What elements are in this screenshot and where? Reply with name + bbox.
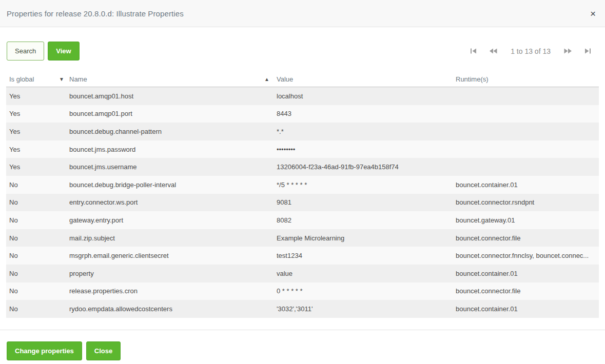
table-row[interactable]: No bouncet.debug.bridge-poller-interval …	[6, 176, 599, 194]
properties-dialog: Properties for release 20.8.0.d: Illustr…	[0, 0, 605, 364]
cell-name: release.properties.cron	[69, 287, 277, 295]
table-row[interactable]: No entry.connector.ws.port 9081 bouncet.…	[6, 194, 599, 212]
search-button[interactable]: Search	[7, 42, 44, 60]
cell-name: property	[69, 270, 277, 277]
toolbar: Search View 1 to 13 of 13	[7, 42, 598, 60]
last-page-icon[interactable]	[584, 48, 591, 54]
cell-is-global: No	[6, 198, 69, 206]
cell-value: localhost	[277, 92, 456, 100]
cell-runtimes: bouncet.connector.rsndpnt	[456, 198, 599, 206]
cell-runtimes: bouncet.connector.file	[456, 234, 599, 242]
column-header-name[interactable]: Name ▲	[69, 72, 277, 87]
sort-ascending-icon: ▲	[264, 76, 269, 82]
table-row[interactable]: No property value bouncet.container.01	[6, 265, 599, 282]
toolbar-buttons: Search View	[7, 42, 80, 60]
cell-runtimes: bouncet.gateway.01	[456, 216, 599, 224]
cell-is-global: Yes	[6, 128, 69, 135]
cell-value: 0 * * * * *	[277, 287, 456, 295]
cell-name: bouncet.debug.channel-pattern	[69, 128, 277, 135]
cell-value: value	[277, 270, 456, 277]
view-button[interactable]: View	[48, 42, 79, 60]
cell-name: bouncet.debug.bridge-poller-interval	[69, 181, 277, 189]
close-icon[interactable]: ×	[588, 8, 598, 19]
cell-value: 8443	[277, 110, 456, 117]
cell-is-global: Yes	[6, 146, 69, 153]
cell-value: ••••••••	[277, 146, 456, 153]
column-header-value[interactable]: Value	[277, 72, 456, 87]
cell-is-global: No	[6, 234, 69, 242]
close-button[interactable]: Close	[86, 341, 121, 360]
cell-value: '3032','3011'	[277, 305, 456, 313]
cell-runtimes: bouncet.connector.fnnclsy, bouncet.conne…	[456, 252, 599, 259]
cell-name: rydoo.empdata.allowedcostcenters	[69, 305, 277, 313]
cell-name: bouncet.jms.username	[69, 163, 277, 171]
cell-name: bouncet.amqp01.port	[69, 110, 277, 117]
cell-value: 9081	[277, 198, 456, 206]
previous-page-icon[interactable]	[489, 48, 497, 54]
cell-is-global: No	[6, 305, 69, 313]
cell-is-global: Yes	[6, 110, 69, 117]
table-row[interactable]: Yes bouncet.debug.channel-pattern *.*	[6, 123, 599, 140]
table-row[interactable]: Yes bouncet.amqp01.port 8443	[6, 105, 599, 123]
cell-is-global: No	[6, 252, 69, 259]
column-label: Name	[69, 75, 87, 83]
cell-value: *.*	[277, 128, 456, 135]
cell-runtimes: bouncet.container.01	[456, 181, 599, 189]
properties-table: Is global ▼ Name ▲ Value Runtime(s) Yes …	[6, 72, 599, 318]
column-label: Runtime(s)	[456, 75, 489, 83]
dialog-footer: Change properties Close	[0, 330, 605, 360]
table-row[interactable]: No gateway.entry.port 8082 bouncet.gatew…	[6, 211, 599, 229]
cell-value: 8082	[277, 216, 456, 224]
cell-runtimes: bouncet.connector.file	[456, 287, 599, 295]
cell-name: gateway.entry.port	[69, 216, 277, 224]
dialog-header: Properties for release 20.8.0.d: Illustr…	[0, 0, 605, 27]
table-body: Yes bouncet.amqp01.host localhost Yes bo…	[6, 87, 599, 318]
cell-name: bouncet.amqp01.host	[69, 92, 277, 100]
cell-value: 13206004-f23a-46ad-91fb-97ea4b158f74	[277, 163, 456, 171]
cell-is-global: No	[6, 181, 69, 189]
table-row[interactable]: No rydoo.empdata.allowedcostcenters '303…	[6, 300, 599, 318]
cell-is-global: No	[6, 270, 69, 277]
cell-runtimes: bouncet.container.01	[456, 270, 599, 277]
table-row[interactable]: Yes bouncet.jms.password ••••••••	[6, 140, 599, 158]
cell-value: */5 * * * * *	[277, 181, 456, 189]
pagination-range-text: 1 to 13 of 13	[511, 47, 551, 55]
cell-value: Example Microlearning	[277, 234, 456, 242]
table-row[interactable]: No release.properties.cron 0 * * * * * b…	[6, 282, 599, 300]
column-label: Value	[277, 75, 293, 83]
cell-name: mail.zip.subject	[69, 234, 277, 242]
cell-runtimes: bouncet.container.01	[456, 305, 599, 313]
column-label: Is global	[9, 75, 34, 83]
pagination: 1 to 13 of 13	[470, 47, 598, 55]
next-page-icon[interactable]	[564, 48, 572, 54]
dialog-title: Properties for release 20.8.0.d: Illustr…	[7, 9, 184, 18]
table-header-row: Is global ▼ Name ▲ Value Runtime(s)	[6, 72, 599, 87]
table-row[interactable]: No mail.zip.subject Example Microlearnin…	[6, 229, 599, 247]
sort-descending-icon: ▼	[59, 76, 64, 82]
column-header-is-global[interactable]: Is global ▼	[6, 72, 69, 87]
cell-value: test1234	[277, 252, 456, 259]
cell-is-global: No	[6, 287, 69, 295]
table-row[interactable]: No msgrph.email.generic.clientsecret tes…	[6, 247, 599, 265]
cell-name: entry.connector.ws.port	[69, 198, 277, 206]
cell-is-global: No	[6, 216, 69, 224]
cell-name: msgrph.email.generic.clientsecret	[69, 252, 277, 259]
first-page-icon[interactable]	[470, 48, 477, 54]
column-header-runtimes[interactable]: Runtime(s)	[456, 72, 599, 87]
cell-is-global: Yes	[6, 163, 69, 171]
table-row[interactable]: Yes bouncet.amqp01.host localhost	[6, 87, 599, 105]
change-properties-button[interactable]: Change properties	[7, 341, 82, 360]
cell-is-global: Yes	[6, 92, 69, 100]
cell-name: bouncet.jms.password	[69, 146, 277, 153]
table-row[interactable]: Yes bouncet.jms.username 13206004-f23a-4…	[6, 158, 599, 176]
